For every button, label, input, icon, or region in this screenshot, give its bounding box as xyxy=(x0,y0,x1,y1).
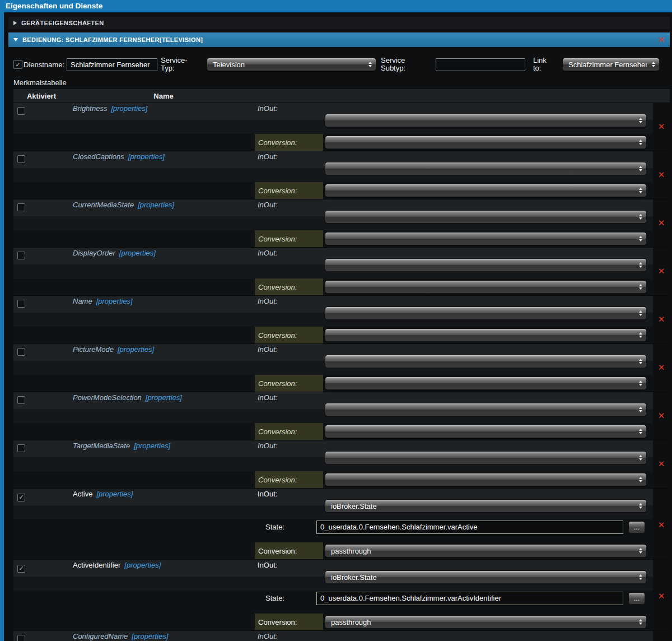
feature-row-main: TargetMediaState[properties]InOut:Conver… xyxy=(13,440,653,488)
conversion-label-cell: Conversion: xyxy=(255,278,323,295)
delete-feature-icon[interactable]: ✕ xyxy=(658,592,665,601)
delete-feature-icon[interactable]: ✕ xyxy=(658,267,665,276)
inout-select[interactable] xyxy=(325,451,647,465)
select-value: Television xyxy=(213,61,245,69)
properties-link[interactable]: [properties] xyxy=(128,152,165,161)
section-header-geraeteeigenschaften[interactable]: GERÄTEEIGENSCHAFTEN xyxy=(8,17,670,29)
feature-row-main: PictureMode[properties]InOut:Conversion: xyxy=(13,344,653,392)
close-icon: ✕ xyxy=(658,35,665,45)
properties-link[interactable]: [properties] xyxy=(134,442,170,450)
inout-select[interactable]: ioBroker.State xyxy=(325,570,647,584)
properties-link[interactable]: [properties] xyxy=(96,297,133,305)
conversion-select[interactable] xyxy=(325,136,647,149)
conversion-select[interactable] xyxy=(325,280,647,294)
delete-feature-icon[interactable]: ✕ xyxy=(658,412,665,420)
delete-feature-icon[interactable]: ✕ xyxy=(658,171,665,179)
state-browse-button[interactable]: ... xyxy=(628,592,645,605)
delete-feature-icon[interactable]: ✕ xyxy=(658,123,665,131)
section-header-bedienung[interactable]: BEDIENUNG: SCHLAFZIMMER FERNSEHER[TELEVI… xyxy=(8,32,670,47)
link-to-select[interactable]: Schlafzimmer Fernseher xyxy=(562,58,660,71)
state-input[interactable] xyxy=(316,592,623,605)
feature-name: PictureMode xyxy=(73,345,114,354)
service-typ-label: Service-Typ: xyxy=(161,57,193,72)
state-browse-button[interactable]: ... xyxy=(628,521,645,533)
inout-label: InOut: xyxy=(258,632,277,640)
conversion-label: Conversion: xyxy=(258,476,297,484)
feature-name: ConfiguredName xyxy=(73,632,128,640)
conversion-label: Conversion: xyxy=(258,547,297,555)
inout-select[interactable] xyxy=(325,306,647,320)
service-subtyp-label: Service Subtyp: xyxy=(381,57,408,72)
feature-checkbox[interactable] xyxy=(17,444,25,452)
conversion-label: Conversion: xyxy=(258,138,297,147)
section-label: GERÄTEEIGENSCHAFTEN xyxy=(21,20,104,26)
delete-feature-icon[interactable]: ✕ xyxy=(658,521,665,529)
inout-select[interactable] xyxy=(325,162,647,175)
select-value: passthrough xyxy=(331,618,371,626)
feature-name: CurrentMediaState xyxy=(73,201,134,209)
state-input[interactable] xyxy=(316,521,623,534)
inout-select[interactable]: ioBroker.State xyxy=(325,499,647,513)
conversion-label: Conversion: xyxy=(258,618,297,626)
feature-checkbox[interactable] xyxy=(17,635,25,641)
feature-checkbox[interactable] xyxy=(17,396,25,404)
select-arrows-icon xyxy=(639,332,642,338)
inout-select[interactable] xyxy=(325,114,647,127)
dienstname-input[interactable] xyxy=(67,58,157,71)
state-label: State: xyxy=(181,523,284,531)
select-arrows-icon xyxy=(639,284,642,290)
conversion-label: Conversion: xyxy=(258,187,297,195)
chevron-right-icon xyxy=(13,21,17,25)
feature-row-brightness: Brightness[properties]InOut:Conversion:✕ xyxy=(13,103,670,151)
properties-link[interactable]: [properties] xyxy=(118,345,154,354)
inout-select[interactable] xyxy=(325,355,647,368)
properties-link[interactable]: [properties] xyxy=(138,201,174,209)
inout-select[interactable] xyxy=(325,258,647,272)
properties-link[interactable]: [properties] xyxy=(132,632,168,640)
select-arrows-icon xyxy=(639,619,642,625)
delete-feature-icon[interactable]: ✕ xyxy=(658,460,665,468)
select-value: Schlafzimmer Fernseher xyxy=(568,61,647,69)
feature-checkbox[interactable] xyxy=(17,252,25,259)
service-subtyp-input[interactable] xyxy=(436,58,525,71)
conversion-select[interactable]: passthrough xyxy=(325,544,647,558)
service-form: ✓ Dienstname: Service-Typ: Television Se… xyxy=(13,56,670,73)
properties-link[interactable]: [properties] xyxy=(124,561,161,569)
delete-feature-icon[interactable]: ✕ xyxy=(658,364,665,372)
feature-checkbox[interactable] xyxy=(17,155,25,163)
conversion-select[interactable] xyxy=(325,425,647,438)
delete-feature-icon[interactable]: ✕ xyxy=(658,219,665,227)
conversion-select[interactable] xyxy=(325,473,647,486)
feature-row-main: ✓Active[properties]InOut:ioBroker.StateS… xyxy=(13,489,653,559)
select-arrows-icon xyxy=(639,407,642,412)
feature-checkbox[interactable] xyxy=(17,203,25,211)
close-service-button[interactable]: ✕ xyxy=(658,36,665,44)
chevron-down-icon xyxy=(13,38,18,41)
conversion-select[interactable] xyxy=(325,232,647,245)
inout-select[interactable] xyxy=(325,210,647,224)
properties-link[interactable]: [properties] xyxy=(96,490,133,498)
feature-checkbox[interactable] xyxy=(17,107,25,115)
inout-label: InOut: xyxy=(258,249,277,257)
service-typ-select[interactable]: Television xyxy=(207,58,376,71)
feature-checkbox[interactable]: ✓ xyxy=(17,565,25,573)
feature-checkbox[interactable]: ✓ xyxy=(17,494,25,501)
conversion-select[interactable] xyxy=(325,328,647,342)
properties-link[interactable]: [properties] xyxy=(119,249,156,257)
properties-link[interactable]: [properties] xyxy=(146,393,182,402)
feature-checkbox[interactable] xyxy=(17,348,25,356)
conversion-select[interactable] xyxy=(325,184,647,197)
select-arrows-icon xyxy=(639,380,642,386)
dienstname-checkbox[interactable]: ✓ xyxy=(13,60,22,69)
conversion-label: Conversion: xyxy=(258,331,297,340)
conversion-select[interactable] xyxy=(325,377,647,390)
link-to-label: Link to: xyxy=(533,57,550,72)
feature-checkbox[interactable] xyxy=(17,300,25,308)
delete-feature-icon[interactable]: ✕ xyxy=(658,315,665,324)
conversion-label: Conversion: xyxy=(258,379,297,388)
feature-name: PowerModeSelection xyxy=(73,393,142,402)
conversion-select[interactable]: passthrough xyxy=(325,615,647,629)
properties-link[interactable]: [properties] xyxy=(111,104,147,113)
inout-select[interactable] xyxy=(325,403,647,416)
conversion-label-cell: Conversion: xyxy=(255,134,323,151)
